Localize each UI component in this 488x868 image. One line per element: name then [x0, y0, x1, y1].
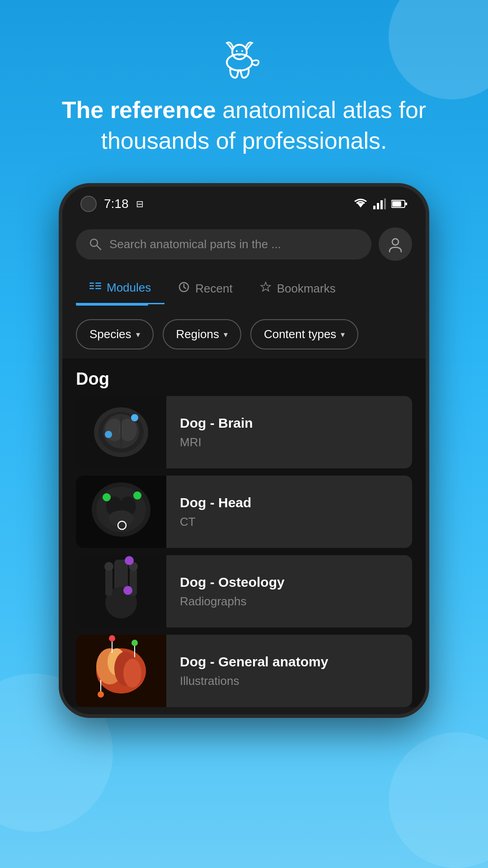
recent-tab-label: Recent — [195, 282, 232, 296]
card-info-general: Dog - General anatomy Illustrations — [166, 635, 342, 707]
svg-marker-4 — [357, 203, 364, 208]
camera-indicator — [80, 196, 97, 212]
bookmarks-tab-label: Bookmarks — [277, 282, 336, 296]
brain-card-title: Dog - Brain — [180, 415, 253, 431]
svg-rect-7 — [380, 200, 383, 209]
species-chevron-icon: ▾ — [136, 330, 140, 340]
svg-point-65 — [98, 691, 104, 698]
svg-point-59 — [123, 659, 141, 688]
status-bar: 7:18 ⊟ — [62, 187, 426, 217]
tab-underline-container — [62, 304, 426, 306]
svg-point-63 — [131, 640, 138, 646]
svg-rect-6 — [377, 203, 379, 209]
svg-line-13 — [97, 245, 101, 250]
card-dog-brain[interactable]: Dog - Brain MRI — [76, 396, 412, 468]
svg-point-42 — [103, 493, 111, 501]
card-dog-head[interactable]: Dog - Head CT — [76, 476, 412, 548]
search-input[interactable]: Search anatomical parts in the ... — [76, 229, 371, 259]
search-bar: Search anatomical parts in the ... — [62, 217, 426, 268]
time-display: 7:18 — [104, 197, 129, 211]
svg-rect-10 — [392, 201, 401, 207]
svg-marker-24 — [261, 282, 270, 291]
content-types-filter-button[interactable]: Content types ▾ — [250, 319, 358, 349]
svg-point-43 — [133, 491, 141, 500]
regions-chevron-icon: ▾ — [224, 330, 228, 340]
card-info-brain: Dog - Brain MRI — [166, 396, 267, 468]
svg-rect-19 — [95, 285, 101, 287]
phone-mockup: 7:18 ⊟ — [0, 183, 488, 718]
svg-point-3 — [241, 50, 243, 52]
search-icon — [89, 237, 102, 251]
modules-icon — [89, 282, 101, 292]
wifi-icon — [353, 198, 368, 209]
svg-rect-20 — [95, 288, 101, 289]
head-scan-image — [76, 476, 166, 548]
svg-rect-8 — [384, 198, 386, 209]
header: The reference anatomical atlas for thous… — [0, 0, 488, 183]
brain-card-subtitle: MRI — [180, 435, 253, 449]
svg-rect-48 — [105, 569, 113, 596]
species-filter-button[interactable]: Species ▾ — [76, 319, 154, 349]
card-info-head: Dog - Head CT — [166, 476, 265, 548]
card-dog-osteology[interactable]: Dog - Osteology Radiographs — [76, 555, 412, 627]
svg-point-39 — [108, 510, 134, 527]
tab-bookmarks[interactable]: Bookmarks — [246, 273, 349, 304]
svg-rect-5 — [373, 206, 375, 209]
brain-scan-image — [76, 396, 166, 468]
status-right — [353, 198, 408, 209]
head-card-subtitle: CT — [180, 515, 251, 529]
regions-filter-label: Regions — [176, 327, 219, 341]
general-card-subtitle: Illustrations — [180, 674, 328, 688]
clock-icon — [178, 281, 190, 293]
svg-line-23 — [184, 287, 186, 288]
svg-rect-17 — [89, 288, 94, 289]
tab-bar: Modules Recent Bookmar — [62, 268, 426, 304]
tab-active-underline — [76, 304, 148, 306]
filter-row: Species ▾ Regions ▾ Content types ▾ — [62, 306, 426, 359]
regions-filter-button[interactable]: Regions ▾ — [163, 319, 241, 349]
svg-point-14 — [392, 239, 399, 245]
star-icon — [260, 281, 272, 293]
bg-decoration-bottom-right — [389, 732, 488, 868]
section-title: Dog — [76, 359, 412, 396]
svg-point-1 — [232, 45, 247, 59]
card-image-osteology — [76, 555, 166, 627]
svg-rect-16 — [89, 285, 94, 287]
dog-icon — [217, 36, 271, 81]
card-image-general — [76, 635, 166, 707]
card-image-head — [76, 476, 166, 548]
card-dog-general[interactable]: Dog - General anatomy Illustrations — [76, 635, 412, 707]
modules-tab-icon — [89, 281, 101, 295]
signal-icon — [373, 198, 386, 209]
sim-icon: ⊟ — [136, 198, 144, 209]
profile-icon — [387, 236, 404, 253]
card-image-brain — [76, 396, 166, 468]
recent-tab-icon — [178, 281, 190, 296]
phone-screen: 7:18 ⊟ — [59, 183, 429, 718]
head-card-title: Dog - Head — [180, 495, 251, 510]
osteology-card-title: Dog - Osteology — [180, 575, 285, 590]
battery-icon — [391, 199, 408, 208]
search-placeholder-text: Search anatomical parts in the ... — [109, 237, 281, 251]
svg-point-2 — [236, 50, 238, 52]
osteology-image — [76, 555, 166, 627]
status-left: 7:18 ⊟ — [80, 196, 144, 212]
general-card-title: Dog - General anatomy — [180, 654, 328, 670]
svg-point-50 — [104, 562, 113, 571]
bookmarks-tab-icon — [260, 281, 272, 296]
content-area: Dog — [62, 359, 426, 707]
modules-tab-label: Modules — [107, 281, 151, 295]
tab-modules[interactable]: Modules — [76, 273, 164, 304]
anatomy-image — [76, 635, 166, 707]
svg-rect-11 — [405, 203, 407, 205]
card-info-osteology: Dog - Osteology Radiographs — [166, 555, 298, 627]
osteology-card-subtitle: Radiographs — [180, 594, 285, 609]
content-types-chevron-icon: ▾ — [341, 330, 345, 340]
svg-point-53 — [123, 586, 132, 595]
svg-point-32 — [131, 414, 138, 421]
profile-button[interactable] — [379, 227, 412, 261]
svg-point-0 — [227, 54, 252, 71]
species-filter-label: Species — [89, 327, 131, 341]
tab-recent[interactable]: Recent — [164, 273, 246, 304]
content-types-filter-label: Content types — [264, 327, 336, 341]
